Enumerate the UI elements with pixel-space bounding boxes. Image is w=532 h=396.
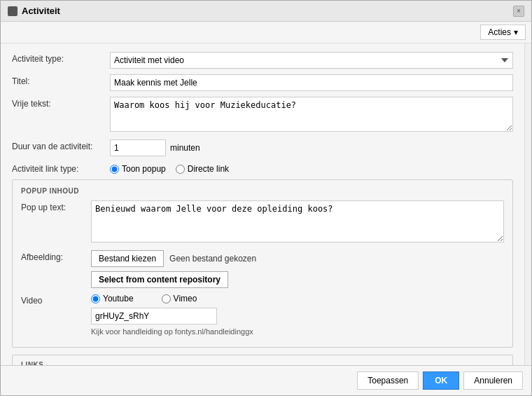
dialog: Activiteit × Acties ▾ Activiteit type: A… <box>0 0 532 396</box>
repo-btn-wrap: Select from content repository <box>91 271 504 288</box>
popup-section: POPUP INHOUD Pop up text: Benieuwd waaro… <box>12 179 513 348</box>
toolbar: Acties ▾ <box>1 22 531 43</box>
acties-label: Acties <box>488 27 511 37</box>
scrollbar[interactable] <box>524 43 531 365</box>
dialog-icon <box>8 6 18 16</box>
video-id-input[interactable] <box>91 308 217 325</box>
title-row: Titel: <box>12 74 513 91</box>
vrije-tekst-control: Waarom koos hij voor Muziekeducatie? <box>110 97 513 134</box>
file-none-text: Geen bestand gekozen <box>169 254 256 264</box>
acties-button[interactable]: Acties ▾ <box>480 25 526 40</box>
ok-button[interactable]: OK <box>423 371 459 390</box>
type-control: Activiteit met videoActiviteit zonder vi… <box>110 52 513 69</box>
radio-youtube-text: Youtube <box>103 294 134 303</box>
radio-vimeo[interactable] <box>162 294 171 303</box>
toepassen-button[interactable]: Toepassen <box>357 371 419 390</box>
annuleren-button[interactable]: Annuleren <box>463 371 523 390</box>
popup-text-label: Pop up text: <box>21 200 91 212</box>
link-type-label: Activiteit link type: <box>12 162 110 174</box>
vrije-tekst-label: Vrije tekst: <box>12 97 110 109</box>
duur-label: Duur van de activiteit: <box>12 139 110 151</box>
popup-legend: POPUP INHOUD <box>18 187 504 195</box>
file-choose-button[interactable]: Bestand kiezen <box>91 250 164 267</box>
link-type-radios: Toon popup Directe link <box>110 162 513 174</box>
duur-suffix: minuten <box>170 143 200 153</box>
radio-direct-text: Directe link <box>188 164 229 174</box>
vrije-tekst-row: Vrije tekst: Waarom koos hij voor Muziek… <box>12 97 513 134</box>
popup-text-control: Benieuwd waarom Jelle voor deze opleidin… <box>91 200 504 245</box>
video-row: Video Youtube Vimeo <box>21 294 504 336</box>
radio-popup-text: Toon popup <box>122 164 166 174</box>
links-section: LINKS Nieuwe linkactie <box>12 355 513 365</box>
repo-button[interactable]: Select from content repository <box>91 271 228 288</box>
video-radio-row: Youtube Vimeo <box>91 294 504 303</box>
popup-text-row: Pop up text: Benieuwd waarom Jelle voor … <box>21 200 504 245</box>
link-type-row: Activiteit link type: Toon popup Directe… <box>12 162 513 174</box>
afbeelding-row: Afbeelding: Bestand kiezen Geen bestand … <box>21 250 504 288</box>
radio-popup[interactable] <box>110 165 119 174</box>
duur-row: Duur van de activiteit: minuten <box>12 139 513 156</box>
dialog-footer: Toepassen OK Annuleren <box>1 365 531 395</box>
acties-arrow: ▾ <box>514 27 518 37</box>
radio-direct-label[interactable]: Directe link <box>176 164 229 174</box>
file-row: Bestand kiezen Geen bestand gekozen <box>91 250 504 267</box>
close-button[interactable]: × <box>513 6 524 17</box>
duur-input[interactable] <box>110 139 166 156</box>
title-label: Titel: <box>12 74 110 86</box>
dialog-title-text: Activiteit <box>22 6 60 16</box>
radio-youtube-label[interactable]: Youtube <box>91 294 134 303</box>
video-label: Video <box>21 294 91 306</box>
content-inner: Activiteit type: Activiteit met videoAct… <box>1 43 524 365</box>
vrije-tekst-input[interactable]: Waarom koos hij voor Muziekeducatie? <box>110 97 513 132</box>
duration-wrap: minuten <box>110 139 513 156</box>
radio-popup-label[interactable]: Toon popup <box>110 164 166 174</box>
afbeelding-label: Afbeelding: <box>21 250 91 262</box>
afbeelding-control: Bestand kiezen Geen bestand gekozen Sele… <box>91 250 504 288</box>
type-row: Activiteit type: Activiteit met videoAct… <box>12 52 513 69</box>
type-select[interactable]: Activiteit met videoActiviteit zonder vi… <box>110 52 513 69</box>
radio-vimeo-label[interactable]: Vimeo <box>162 294 197 303</box>
radio-youtube[interactable] <box>91 294 100 303</box>
type-label: Activiteit type: <box>12 52 110 64</box>
link-type-control: Toon popup Directe link <box>110 162 513 174</box>
video-hint: Kijk voor handleiding op fontys.nl/handl… <box>91 327 504 336</box>
title-input[interactable] <box>110 74 513 91</box>
dialog-title: Activiteit <box>8 6 60 16</box>
duur-control: minuten <box>110 139 513 156</box>
video-control: Youtube Vimeo Kijk voor handleiding op f… <box>91 294 504 336</box>
title-control <box>110 74 513 91</box>
radio-vimeo-text: Vimeo <box>174 294 197 303</box>
titlebar: Activiteit × <box>1 1 531 22</box>
radio-direct[interactable] <box>176 165 185 174</box>
content-scroll-area: Activiteit type: Activiteit met videoAct… <box>1 43 531 365</box>
popup-text-input[interactable]: Benieuwd waarom Jelle voor deze opleidin… <box>91 200 504 243</box>
